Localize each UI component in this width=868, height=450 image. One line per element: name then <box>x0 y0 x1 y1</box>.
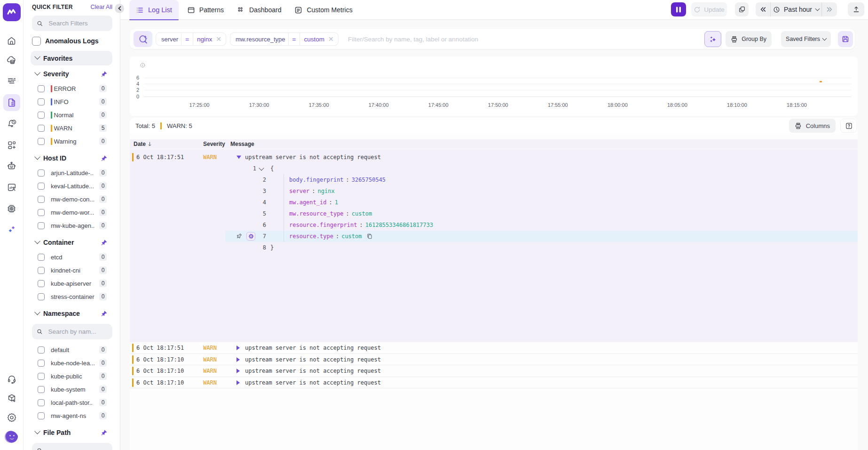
section-search-input[interactable] <box>48 447 108 450</box>
filter-item[interactable]: mw-demo-con... 0 <box>38 193 107 206</box>
tab-patterns[interactable]: Patterns <box>182 0 229 20</box>
share-export-button[interactable] <box>848 2 864 16</box>
json-line[interactable]: 2 body.fingerprint : 3265750545 <box>225 174 858 185</box>
filter-item[interactable]: ERROR 0 <box>38 82 107 95</box>
copy-value-icon[interactable] <box>366 233 373 240</box>
filter-item[interactable]: arjun-Latitude-.. 0 <box>38 166 107 179</box>
time-range-dropdown[interactable]: Past hour <box>771 2 821 16</box>
filter-section-header[interactable]: Namespace <box>31 308 112 319</box>
nav-home-icon[interactable] <box>3 32 20 49</box>
filter-section-header[interactable]: File Path <box>31 427 112 438</box>
favorites-section-header[interactable]: Favorites <box>31 51 112 65</box>
nav-assistant-icon[interactable] <box>3 158 20 175</box>
nav-support-icon[interactable] <box>3 371 20 388</box>
filter-chip[interactable]: server = nginx ✕ <box>156 32 226 46</box>
log-row[interactable]: 6 Oct 18:17:51 WARN upstream server is n… <box>130 342 858 354</box>
chart-bar[interactable] <box>820 81 822 83</box>
nav-settings-icon[interactable] <box>3 409 20 426</box>
anomalous-logs-checkbox-row[interactable]: Anomalous Logs <box>32 36 99 46</box>
json-line[interactable]: 1 { <box>225 163 858 174</box>
filter-search-box[interactable] <box>32 16 112 31</box>
time-shift-forward-button[interactable] <box>822 2 837 16</box>
ai-filter-button[interactable] <box>704 31 721 47</box>
nav-rum-icon[interactable] <box>3 179 20 196</box>
filter-item[interactable]: mw-kube-agen.. 0 <box>38 219 107 232</box>
filter-item-checkbox[interactable] <box>38 169 45 177</box>
json-line[interactable]: 7 resource.type : custom <box>225 231 858 242</box>
search-rerun-button[interactable] <box>134 31 152 47</box>
json-line[interactable]: 6 resource.fingerprint : 161285533468618… <box>225 219 858 231</box>
filter-item[interactable]: INFO 0 <box>38 95 107 108</box>
section-search-input[interactable] <box>48 328 108 335</box>
tab-log-list[interactable]: Log List <box>129 0 179 20</box>
nav-infrastructure-icon[interactable] <box>3 52 20 69</box>
filter-item[interactable]: kube-system 0 <box>38 383 107 396</box>
log-row-expanded-summary[interactable]: 6 Oct 18:17:51 WARN upstream server is n… <box>130 152 858 163</box>
filter-item-checkbox[interactable] <box>38 412 45 419</box>
pin-icon[interactable] <box>101 239 108 246</box>
chip-remove-icon[interactable]: ✕ <box>214 36 226 42</box>
filter-item[interactable]: kube-apiserver 0 <box>38 277 107 290</box>
filter-item[interactable]: Normal 0 <box>38 108 107 121</box>
filter-item[interactable]: keval-Latitude... 0 <box>38 179 107 193</box>
column-header-severity[interactable]: Severity <box>203 141 225 147</box>
log-row[interactable]: 6 Oct 18:17:10 WARN upstream server is n… <box>130 377 858 389</box>
json-collapse-icon[interactable] <box>259 165 264 170</box>
pause-button[interactable] <box>671 2 686 16</box>
filter-item-checkbox[interactable] <box>38 280 45 287</box>
json-line[interactable]: 3 server : nginx <box>225 185 858 197</box>
sidebar-collapse-button[interactable] <box>115 4 124 13</box>
log-search-input[interactable] <box>348 29 693 49</box>
log-row[interactable]: 6 Oct 18:17:10 WARN upstream server is n… <box>130 354 858 366</box>
filter-item[interactable]: local-path-stor.. 0 <box>38 396 107 409</box>
expand-caret-icon[interactable] <box>237 346 240 350</box>
filter-item-checkbox[interactable] <box>38 373 45 380</box>
pin-icon[interactable] <box>101 310 108 317</box>
filter-item-checkbox[interactable] <box>38 85 45 92</box>
filter-item[interactable]: kube-node-lea... 0 <box>38 356 107 370</box>
clear-all-link[interactable]: Clear All <box>90 4 112 10</box>
filter-section-header[interactable]: Container <box>31 237 112 248</box>
filter-item-checkbox[interactable] <box>38 209 45 216</box>
filter-item-checkbox[interactable] <box>38 98 45 105</box>
tab-custom-metrics[interactable]: Custom Metrics <box>290 0 357 20</box>
json-line[interactable]: 4 mw.agent_id : 1 <box>225 197 858 208</box>
collapse-caret-icon[interactable] <box>237 156 241 159</box>
filter-item[interactable]: WARN 5 <box>38 121 107 135</box>
column-header-date[interactable]: Date <box>134 141 152 147</box>
filter-item[interactable]: kube-public 0 <box>38 370 107 383</box>
log-row[interactable]: 6 Oct 18:17:10 WARN upstream server is n… <box>130 365 858 377</box>
filter-item-checkbox[interactable] <box>38 360 45 367</box>
pin-icon[interactable] <box>101 155 108 162</box>
filter-item[interactable]: etcd 0 <box>38 250 107 264</box>
filter-item-checkbox[interactable] <box>38 125 45 132</box>
saved-filters-button[interactable]: Saved Filters <box>781 31 831 47</box>
expand-caret-icon[interactable] <box>237 357 240 362</box>
update-button[interactable]: Update <box>691 2 727 16</box>
filter-item-checkbox[interactable] <box>38 183 45 190</box>
nav-logs-icon[interactable] <box>3 72 20 89</box>
expand-caret-icon[interactable] <box>237 380 240 385</box>
time-shift-back-button[interactable] <box>756 2 770 16</box>
filter-item[interactable]: mw-agent-ns 0 <box>38 409 107 422</box>
expand-caret-icon[interactable] <box>237 369 240 373</box>
filter-section-header[interactable]: Host ID <box>31 153 112 163</box>
filter-item[interactable]: mw-demo-wor... 0 <box>38 206 107 219</box>
filter-item-checkbox[interactable] <box>38 112 45 119</box>
nav-log-search-icon[interactable] <box>3 94 20 111</box>
filter-item-checkbox[interactable] <box>38 386 45 393</box>
filter-item-checkbox[interactable] <box>38 293 45 300</box>
group-by-button[interactable]: Group By <box>726 31 772 47</box>
filter-item-checkbox[interactable] <box>38 138 45 145</box>
columns-button[interactable]: Columns <box>789 119 836 133</box>
json-line[interactable]: 8 } <box>225 242 858 253</box>
filter-item-checkbox[interactable] <box>38 346 45 354</box>
nav-integrations-icon[interactable] <box>3 200 20 217</box>
filter-section-header[interactable]: Severity <box>31 69 112 79</box>
nav-packages-icon[interactable] <box>3 390 20 407</box>
info-icon[interactable] <box>140 63 145 68</box>
filter-item-checkbox[interactable] <box>38 222 45 229</box>
pin-icon[interactable] <box>101 71 108 78</box>
filter-item[interactable]: default 0 <box>38 343 107 356</box>
nav-ai-sparkle-icon[interactable] <box>3 221 20 238</box>
